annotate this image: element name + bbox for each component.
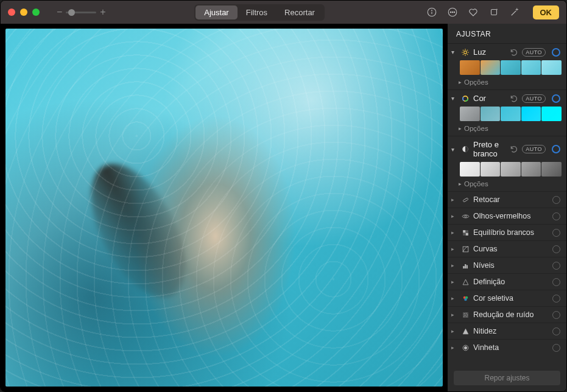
levels-icon [461, 261, 470, 270]
row-sharpen[interactable]: ▸ Nitidez [448, 323, 566, 339]
reset-adjustments-button[interactable]: Repor ajustes [454, 371, 560, 385]
enable-selectivecolor-toggle[interactable] [552, 295, 560, 303]
bw-options-toggle[interactable]: ▸ Opções [448, 179, 566, 191]
toolbar-actions: OK [426, 5, 560, 19]
info-icon[interactable] [426, 6, 438, 18]
enable-levels-toggle[interactable] [552, 262, 560, 270]
photo-preview[interactable] [5, 29, 443, 387]
enable-bw-toggle[interactable] [552, 145, 560, 153]
svg-rect-21 [462, 197, 468, 201]
row-retouch[interactable]: ▸ Retocar [448, 191, 566, 208]
bw-thumb[interactable] [541, 162, 562, 177]
enable-sharpen-toggle[interactable] [552, 327, 560, 335]
row-definition-label: Definição [473, 278, 549, 286]
row-redeye[interactable]: ▸ Olhos-vermelhos [448, 208, 566, 224]
section-light-header[interactable]: ▾ Luz AUTO [448, 44, 566, 60]
svg-point-36 [463, 313, 464, 313]
bw-icon [461, 145, 470, 153]
color-thumb[interactable] [481, 107, 501, 121]
row-noisereduction[interactable]: ▸ Redução de ruído [448, 306, 566, 323]
chevron-right-icon: ▸ [459, 79, 462, 85]
light-thumb[interactable] [521, 60, 541, 75]
row-levels[interactable]: ▸ Níveis [448, 257, 566, 273]
row-curves[interactable]: ▸ Curvas [448, 240, 566, 257]
color-thumbnails[interactable] [448, 107, 566, 124]
bw-thumbnails[interactable] [448, 162, 566, 179]
curves-icon [461, 245, 470, 253]
svg-point-38 [467, 314, 468, 315]
enable-light-toggle[interactable] [552, 48, 560, 57]
svg-point-44 [464, 346, 467, 349]
adjust-sidebar: AJUSTAR ▾ Luz AUTO [448, 24, 566, 391]
light-thumb[interactable] [501, 60, 521, 75]
bw-thumb[interactable] [521, 162, 541, 177]
tab-adjust[interactable]: Ajustar [195, 5, 237, 19]
row-vignette[interactable]: ▸ Vinheta [448, 339, 566, 355]
auto-bw-button[interactable]: AUTO [522, 145, 546, 153]
favorite-icon[interactable] [467, 6, 479, 18]
row-whitebalance-label: Equilíbrio brancos [473, 228, 549, 237]
light-thumb[interactable] [541, 60, 562, 75]
chevron-right-icon: ▸ [451, 246, 457, 252]
chevron-down-icon: ▾ [451, 95, 457, 102]
svg-point-22 [464, 215, 466, 217]
auto-color-button[interactable]: AUTO [522, 94, 546, 103]
section-color-header[interactable]: ▾ Cor AUTO [448, 90, 566, 107]
done-button[interactable]: OK [533, 5, 560, 19]
enable-color-toggle[interactable] [552, 94, 560, 103]
light-thumb[interactable] [460, 60, 480, 75]
reset-light-icon[interactable] [510, 48, 518, 57]
tab-crop[interactable]: Recortar [276, 5, 323, 19]
chevron-right-icon: ▸ [451, 312, 457, 318]
reset-bw-icon[interactable] [510, 145, 518, 153]
zoom-out-button[interactable]: − [57, 7, 62, 18]
zoom-in-button[interactable]: + [100, 7, 105, 18]
tab-filters[interactable]: Filtros [238, 5, 276, 19]
enable-redeye-toggle[interactable] [552, 212, 560, 220]
enable-definition-toggle[interactable] [552, 278, 560, 286]
auto-enhance-icon[interactable] [509, 6, 521, 18]
enable-retouch-toggle[interactable] [552, 196, 560, 204]
chevron-right-icon: ▸ [451, 279, 457, 285]
enable-curves-toggle[interactable] [552, 245, 560, 253]
row-whitebalance[interactable]: ▸ Equilíbrio brancos [448, 224, 566, 240]
svg-rect-26 [463, 233, 465, 235]
svg-rect-28 [463, 266, 464, 268]
bw-thumb[interactable] [481, 162, 501, 177]
color-options-toggle[interactable]: ▸ Opções [448, 124, 566, 136]
color-thumb[interactable] [460, 107, 480, 121]
close-window-button[interactable] [8, 9, 15, 16]
light-options-toggle[interactable]: ▸ Opções [448, 77, 566, 89]
row-definition[interactable]: ▸ Definição [448, 273, 566, 290]
row-selectivecolor[interactable]: ▸ Cor seletiva [448, 290, 566, 306]
enable-noisereduction-toggle[interactable] [552, 311, 560, 319]
enable-vignette-toggle[interactable] [552, 344, 560, 352]
color-thumb[interactable] [541, 107, 562, 121]
bw-thumb[interactable] [501, 162, 521, 177]
color-thumb[interactable] [501, 107, 521, 121]
svg-line-13 [463, 49, 463, 50]
row-selectivecolor-label: Cor seletiva [473, 294, 549, 303]
auto-light-button[interactable]: AUTO [522, 48, 546, 57]
minimize-window-button[interactable] [20, 9, 27, 16]
reset-color-icon[interactable] [510, 94, 518, 103]
section-bw-label: Preto e branco [473, 140, 506, 158]
fullscreen-window-button[interactable] [32, 9, 40, 16]
section-bw-header[interactable]: ▾ Preto e branco AUTO [448, 136, 566, 162]
chevron-right-icon: ▸ [459, 181, 462, 187]
more-icon[interactable] [446, 6, 459, 18]
light-thumb[interactable] [481, 60, 501, 75]
light-thumbnails[interactable] [448, 60, 566, 77]
svg-point-40 [467, 316, 467, 317]
rotate-icon[interactable] [488, 6, 500, 18]
bw-thumb[interactable] [460, 162, 480, 177]
chevron-right-icon: ▸ [451, 295, 457, 301]
bandage-icon [461, 195, 470, 204]
svg-point-6 [454, 12, 455, 13]
zoom-slider[interactable] [66, 12, 96, 13]
color-thumb[interactable] [521, 107, 541, 121]
enable-whitebalance-toggle[interactable] [552, 229, 560, 237]
row-curves-label: Curvas [473, 245, 549, 253]
selectivecolor-icon [461, 294, 470, 303]
definition-icon [461, 278, 470, 286]
